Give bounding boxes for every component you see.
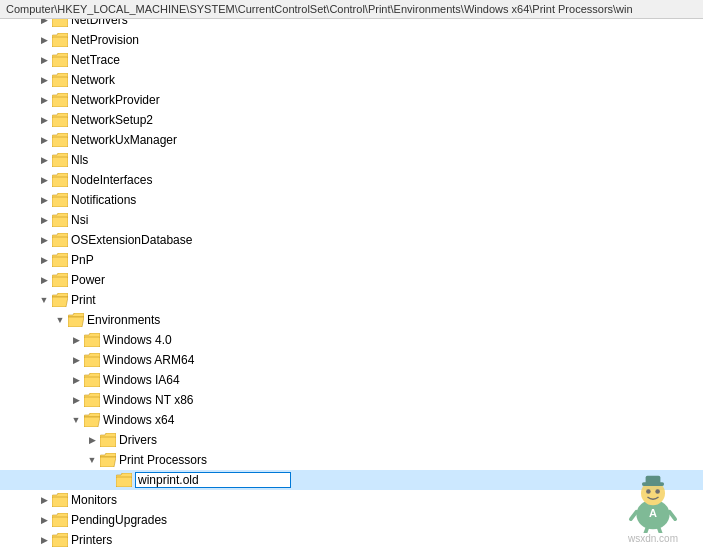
svg-rect-4 [52, 77, 68, 87]
expand-btn-networkprovider[interactable] [36, 92, 52, 108]
expand-btn-printprocessors[interactable] [84, 452, 100, 468]
folder-icon-printers [52, 532, 68, 548]
expand-btn-windows40[interactable] [68, 332, 84, 348]
expand-btn-printers[interactable] [36, 532, 52, 548]
expand-btn-pnp[interactable] [36, 252, 52, 268]
folder-icon-print [52, 292, 68, 308]
tree-item-osextensiondatabase[interactable]: OSExtensionDatabase [0, 230, 703, 250]
label-nettrace: NetTrace [71, 53, 120, 67]
folder-icon-power [52, 272, 68, 288]
label-notifications: Notifications [71, 193, 136, 207]
tree-item-windowsarm64[interactable]: Windows ARM64 [0, 350, 703, 370]
label-monitors: Monitors [71, 493, 117, 507]
folder-icon-netdrivers [52, 19, 68, 28]
svg-rect-10 [52, 197, 68, 207]
label-nls: Nls [71, 153, 88, 167]
tree-item-monitors[interactable]: Monitors [0, 490, 703, 510]
tree-item-networkuxmanager[interactable]: NetworkUxManager [0, 130, 703, 150]
folder-icon-windows40 [84, 332, 100, 348]
rename-input-winprintold[interactable] [135, 472, 291, 488]
label-networkuxmanager: NetworkUxManager [71, 133, 177, 147]
tree-item-nsi[interactable]: Nsi [0, 210, 703, 230]
tree-item-windowsx64[interactable]: Windows x64 [0, 410, 703, 430]
label-nsi: Nsi [71, 213, 88, 227]
expand-btn-pendingupgrades[interactable] [36, 512, 52, 528]
folder-icon-monitors [52, 492, 68, 508]
tree-item-windowsntx86[interactable]: Windows NT x86 [0, 390, 703, 410]
tree-item-nodeinterfaces[interactable]: NodeInterfaces [0, 170, 703, 190]
svg-rect-11 [52, 217, 68, 227]
expand-btn-nls[interactable] [36, 152, 52, 168]
svg-rect-3 [52, 57, 68, 67]
folder-icon-nodeinterfaces [52, 172, 68, 188]
folder-icon-network [52, 72, 68, 88]
expand-btn-osextensiondatabase[interactable] [36, 232, 52, 248]
folder-icon-environments [68, 312, 84, 328]
svg-rect-17 [84, 377, 100, 387]
folder-icon-notifications [52, 192, 68, 208]
expand-btn-drivers[interactable] [84, 432, 100, 448]
expand-btn-notifications[interactable] [36, 192, 52, 208]
tree-item-drivers[interactable]: Drivers [0, 430, 703, 450]
address-bar: Computer\HKEY_LOCAL_MACHINE\SYSTEM\Curre… [0, 0, 703, 19]
label-windows40: Windows 4.0 [103, 333, 172, 347]
tree-item-windows40[interactable]: Windows 4.0 [0, 330, 703, 350]
expand-btn-windowsia64[interactable] [68, 372, 84, 388]
folder-icon-drivers [100, 432, 116, 448]
label-networkprovider: NetworkProvider [71, 93, 160, 107]
label-osextensiondatabase: OSExtensionDatabase [71, 233, 192, 247]
tree-item-netprovision[interactable]: NetProvision [0, 30, 703, 50]
tree-item-printprocessors[interactable]: Print Processors [0, 450, 703, 470]
label-windowsarm64: Windows ARM64 [103, 353, 194, 367]
label-windowsx64: Windows x64 [103, 413, 174, 427]
label-windowsntx86: Windows NT x86 [103, 393, 193, 407]
folder-icon-pendingupgrades [52, 512, 68, 528]
tree-item-nls[interactable]: Nls [0, 150, 703, 170]
tree-item-windowsia64[interactable]: Windows IA64 [0, 370, 703, 390]
folder-icon-windowsarm64 [84, 352, 100, 368]
tree-item-pendingupgrades[interactable]: PendingUpgrades [0, 510, 703, 530]
folder-icon-netprovision [52, 32, 68, 48]
folder-icon-nls [52, 152, 68, 168]
tree-item-netdrivers[interactable]: NetDrivers [0, 19, 703, 30]
expand-btn-monitors[interactable] [36, 492, 52, 508]
folder-icon-nettrace [52, 52, 68, 68]
tree-item-power[interactable]: Power [0, 270, 703, 290]
expand-btn-nodeinterfaces[interactable] [36, 172, 52, 188]
svg-rect-14 [52, 277, 68, 287]
expand-btn-network[interactable] [36, 72, 52, 88]
expand-btn-windowsarm64[interactable] [68, 352, 84, 368]
expand-btn-nsi[interactable] [36, 212, 52, 228]
svg-rect-16 [84, 357, 100, 367]
tree-item-printers[interactable]: Printers [0, 530, 703, 550]
expand-btn-print[interactable] [36, 292, 52, 308]
tree-item-networkprovider[interactable]: NetworkProvider [0, 90, 703, 110]
expand-btn-windowsx64[interactable] [68, 412, 84, 428]
tree-item-winprintold[interactable] [0, 470, 703, 490]
expand-btn-nettrace[interactable] [36, 52, 52, 68]
folder-icon-networksetup2 [52, 112, 68, 128]
svg-rect-15 [84, 337, 100, 347]
tree-item-notifications[interactable]: Notifications [0, 190, 703, 210]
tree-item-print[interactable]: Print [0, 290, 703, 310]
tree-item-pnp[interactable]: PnP [0, 250, 703, 270]
label-drivers: Drivers [119, 433, 157, 447]
expand-btn-networksetup2[interactable] [36, 112, 52, 128]
expand-btn-environments[interactable] [52, 312, 68, 328]
tree-item-network[interactable]: Network [0, 70, 703, 90]
expand-btn-netprovision[interactable] [36, 32, 52, 48]
label-pendingupgrades: PendingUpgrades [71, 513, 167, 527]
tree-item-networksetup2[interactable]: NetworkSetup2 [0, 110, 703, 130]
label-environments: Environments [87, 313, 160, 327]
label-netprovision: NetProvision [71, 33, 139, 47]
label-print: Print [71, 293, 96, 307]
label-printprocessors: Print Processors [119, 453, 207, 467]
expand-btn-windowsntx86[interactable] [68, 392, 84, 408]
folder-icon-pnp [52, 252, 68, 268]
expand-btn-power[interactable] [36, 272, 52, 288]
tree-item-environments[interactable]: Environments [0, 310, 703, 330]
label-netdrivers: NetDrivers [71, 19, 128, 27]
expand-btn-netdrivers[interactable] [36, 19, 52, 28]
expand-btn-networkuxmanager[interactable] [36, 132, 52, 148]
tree-item-nettrace[interactable]: NetTrace [0, 50, 703, 70]
